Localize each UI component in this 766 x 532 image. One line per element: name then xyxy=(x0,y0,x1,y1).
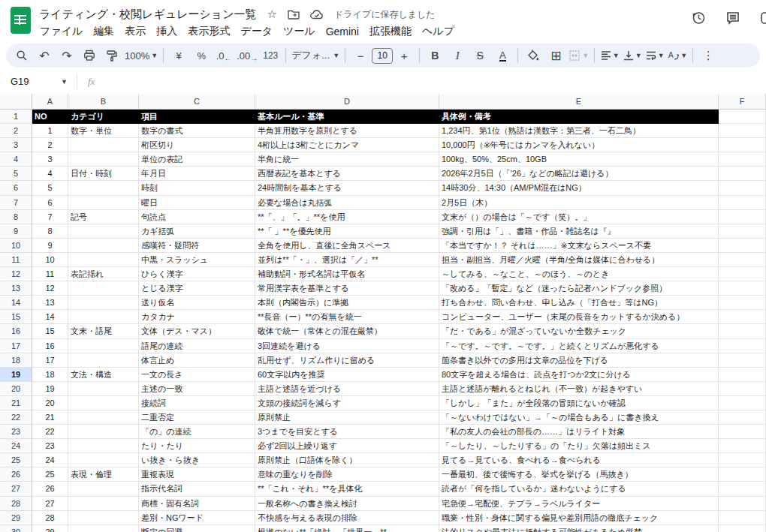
font-select[interactable]: デフォ...▼ xyxy=(290,46,341,65)
row-header-21[interactable]: 21 xyxy=(0,396,32,410)
cell-D28[interactable]: 一般名称への書き換え検討 xyxy=(255,497,439,511)
star-icon[interactable]: ☆ xyxy=(267,8,277,21)
cell-E25[interactable]: 見てる→見ている、食べれる→食べられる xyxy=(439,453,719,467)
cell-A2[interactable]: 1 xyxy=(32,124,68,138)
row-header-16[interactable]: 16 xyxy=(0,324,32,338)
row-header-29[interactable]: 29 xyxy=(0,511,32,525)
cell-C27[interactable]: 指示代名詞 xyxy=(139,482,255,496)
cell-B28[interactable] xyxy=(68,497,139,511)
cell-F7[interactable] xyxy=(719,196,766,210)
row-header-26[interactable]: 26 xyxy=(0,467,32,482)
cell-E21[interactable]: 「しかし」「また」が全段落の冒頭にないか確認 xyxy=(439,396,719,410)
cell-B9[interactable] xyxy=(68,224,139,239)
cell-B14[interactable] xyxy=(68,296,139,310)
cell-D9[interactable]: **「 」**を優先使用 xyxy=(255,224,439,239)
cell-A12[interactable]: 11 xyxy=(32,267,68,281)
bold-button[interactable]: B xyxy=(424,46,446,65)
cell-B25[interactable] xyxy=(68,453,139,467)
text-color-button[interactable]: A xyxy=(491,46,514,65)
menu-extensions[interactable]: 拡張機能 xyxy=(364,23,417,40)
cell-C23[interactable]: 「の」の連続 xyxy=(139,425,255,439)
cell-D30[interactable]: 根拠のない**「絶対」「世界一」** xyxy=(255,525,439,532)
cell-D15[interactable]: **長音（ー）**の有無を統一 xyxy=(255,310,439,324)
increase-decimal-button[interactable]: .00→ xyxy=(235,46,259,65)
cell-A23[interactable]: 22 xyxy=(32,425,68,439)
cell-F30[interactable] xyxy=(719,525,766,532)
cell-C29[interactable]: 差別・NGワード xyxy=(139,511,255,525)
cell-B5[interactable]: 日付・時刻 xyxy=(68,167,139,181)
cell-A22[interactable]: 21 xyxy=(32,410,68,425)
cell-D8[interactable]: **「、」「。」**を使用 xyxy=(255,210,439,224)
cell-F3[interactable] xyxy=(719,138,766,152)
cell-E17[interactable]: 「～です。～です。～です。」と続くとリズムが悪化する xyxy=(439,339,719,353)
cell-E24[interactable]: 「～したり、～したりする」の「たり」欠落は頻出ミス xyxy=(439,439,719,453)
row-header-5[interactable]: 5 xyxy=(0,167,32,181)
cell-E15[interactable]: コンピューター、ユーザー（末尾の長音をカットするか決める） xyxy=(439,310,719,324)
cell-A20[interactable]: 19 xyxy=(32,382,68,396)
cell-E2[interactable]: 1,234円、第1位（熟語は漢数字：第三者、一石二鳥） xyxy=(439,124,719,138)
cell-F28[interactable] xyxy=(719,497,766,511)
cell-F9[interactable] xyxy=(719,224,766,239)
cell-D6[interactable]: 24時間制を基本とする xyxy=(255,181,439,195)
column-header-C[interactable]: C xyxy=(139,94,255,110)
menu-insert[interactable]: 挿入 xyxy=(151,23,182,40)
cell-F4[interactable] xyxy=(719,152,766,167)
row-header-19[interactable]: 19 xyxy=(0,368,32,382)
row-header-7[interactable]: 7 xyxy=(0,196,32,210)
row-header-27[interactable]: 27 xyxy=(0,482,32,496)
cell-E16[interactable]: 「だ・である」が混ざっていないか全数チェック xyxy=(439,324,719,338)
row-header-17[interactable]: 17 xyxy=(0,339,32,353)
text-rotation-icon[interactable]: A ▼ xyxy=(666,46,689,65)
cell-F18[interactable] xyxy=(719,353,766,368)
cell-D10[interactable]: 全角を使用し、直後に全角スペース xyxy=(255,239,439,253)
formula-input[interactable] xyxy=(95,69,766,94)
cell-D24[interactable]: 必ず2回以上繰り返す xyxy=(255,439,439,453)
cell-E30[interactable]: 法的リスクや景表法に抵触する可能性があるため厳禁 xyxy=(439,525,719,532)
cell-A21[interactable]: 20 xyxy=(32,396,68,410)
menu-gemini[interactable]: Gemini xyxy=(321,24,364,39)
cell-E6[interactable]: 14時30分、14:30（AM/PM混在はNG） xyxy=(439,181,719,195)
cell-B7[interactable] xyxy=(68,196,139,210)
cell-C16[interactable]: 文体（デス・マス） xyxy=(139,324,255,338)
cell-D21[interactable]: 文頭の接続詞を減らす xyxy=(255,396,439,410)
cell-D2[interactable]: 半角算用数字を原則とする xyxy=(255,124,439,138)
format-percent-button[interactable]: % xyxy=(190,46,213,65)
cell-E22[interactable]: 「～ないわけではない」→「～の場合もある」に書き換え xyxy=(439,410,719,425)
cell-D26[interactable]: 意味の重なりを削除 xyxy=(255,467,439,482)
cell-E14[interactable]: 打ち合わせ、問い合わせ、申し込み（「打合せ」等はNG） xyxy=(439,296,719,310)
cell-E7[interactable]: 2月5日（木） xyxy=(439,196,719,210)
row-header-14[interactable]: 14 xyxy=(0,296,32,310)
menu-tools[interactable]: ツール xyxy=(278,23,321,40)
cell-C9[interactable]: カギ括弧 xyxy=(139,224,255,239)
cell-B16[interactable]: 文末・語尾 xyxy=(68,324,139,338)
cell-F2[interactable] xyxy=(719,124,766,138)
cell-E3[interactable]: 10,000円（※年号にはカンマを入れない） xyxy=(439,138,719,152)
cell-A10[interactable]: 9 xyxy=(32,239,68,253)
cell-C21[interactable]: 接続詞 xyxy=(139,396,255,410)
cell-C3[interactable]: 桁区切り xyxy=(139,138,255,152)
cell-C25[interactable]: い抜き・ら抜き xyxy=(139,453,255,467)
cell-E28[interactable]: 宅急便→宅配便、テプラ→ラベルライター xyxy=(439,497,719,511)
column-header-F[interactable]: F xyxy=(719,94,766,110)
cell-E23[interactable]: 「私の友人の会社の部長の……」はリライト対象 xyxy=(439,425,719,439)
column-header-D[interactable]: D xyxy=(255,94,439,110)
cell-E27[interactable]: 読者が「何を指しているか」迷わないようにする xyxy=(439,482,719,496)
cell-B27[interactable] xyxy=(68,482,139,496)
cell-F10[interactable] xyxy=(719,239,766,253)
cell-A26[interactable]: 25 xyxy=(32,467,68,482)
cell-F22[interactable] xyxy=(719,410,766,425)
cell-B26[interactable]: 表現・倫理 xyxy=(68,467,139,482)
search-icon[interactable] xyxy=(11,46,33,65)
cell-C6[interactable]: 時刻 xyxy=(139,181,255,195)
cell-E10[interactable]: 「本当ですか！？ それは……」※文末ならスペース不要 xyxy=(439,239,719,253)
cell-D12[interactable]: 補助動詞・形式名詞は平仮名 xyxy=(255,267,439,281)
cell-B4[interactable] xyxy=(68,152,139,167)
name-box[interactable]: G19 ▼ xyxy=(0,76,74,87)
cell-B2[interactable]: 数字・単位 xyxy=(68,124,139,138)
cell-E4[interactable]: 100kg、50%、25cm、10GB xyxy=(439,152,719,167)
cell-D25[interactable]: 原則禁止（口語体を除く） xyxy=(255,453,439,467)
menu-help[interactable]: ヘルプ xyxy=(417,23,460,40)
cell-F25[interactable] xyxy=(719,453,766,467)
row-header-25[interactable]: 25 xyxy=(0,453,32,467)
row-header-30[interactable]: 30 xyxy=(0,525,32,532)
